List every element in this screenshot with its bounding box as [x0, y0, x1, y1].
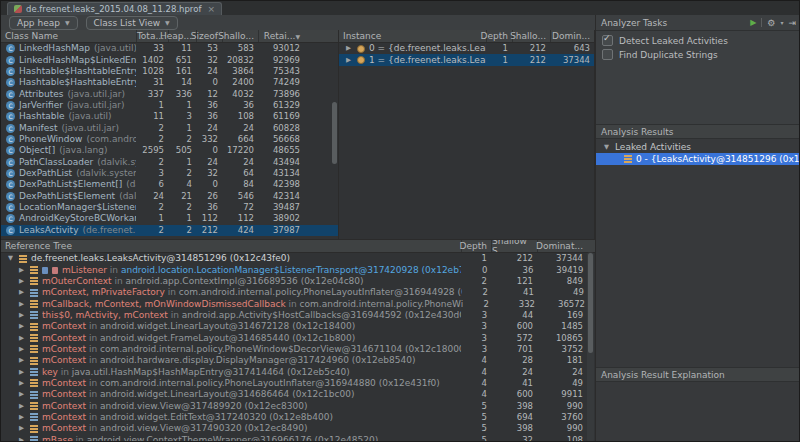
table-row[interactable]: CAndroidKeyStoreBCWorkaroundProvider(and… [1, 213, 338, 224]
table-row[interactable]: CLinkedHashMap$LinkedEntry(java.util)140… [1, 54, 338, 65]
field-set-icon [19, 255, 27, 263]
gear-icon[interactable]: ⚙ [767, 18, 775, 28]
column-header[interactable]: Class Name [1, 30, 136, 42]
analysis-results-tree: ▼ Leaked Activities 0 - {LeaksActivity@3… [596, 139, 800, 367]
collapsed-arrow-icon[interactable]: ▶ [17, 355, 26, 366]
in-keyword: in [168, 310, 182, 320]
table-row[interactable]: CAttributes(java.util.jar)33733612403273… [1, 88, 338, 99]
collapsed-arrow-icon[interactable]: ▶ [17, 321, 26, 332]
collapsed-arrow-icon[interactable]: ▶ [17, 423, 26, 434]
collapsed-arrow-icon[interactable]: ▶ [17, 378, 26, 389]
table-row[interactable]: CObject[](java.lang)259550501722048655 [1, 145, 338, 156]
reference-tree-row[interactable]: ▶mListener in android.location.LocationM… [1, 264, 595, 275]
expanded-arrow-icon[interactable]: ▼ [602, 143, 611, 151]
reference-tree-row[interactable]: ▶mContext in android.view.View@317489920… [1, 400, 595, 411]
instance-table-header[interactable]: InstanceDepthShallo...Domin... [339, 30, 594, 43]
reference-tree-row[interactable]: ▶mContext in android.view.View@317490320… [1, 423, 595, 434]
reference-tree-row[interactable]: ▶mContext in android.widget.LinearLayout… [1, 389, 595, 400]
shallow-size-cell: 3864 [222, 66, 258, 77]
column-header[interactable]: Depth [461, 240, 491, 252]
table-row[interactable]: CDexPathList$Element(dalvik.system)24212… [1, 190, 338, 201]
total-count-cell: 33 [136, 43, 168, 54]
collapsed-arrow-icon[interactable]: ▶ [17, 435, 26, 442]
leaked-activities-group[interactable]: ▼ Leaked Activities [596, 141, 800, 153]
collapsed-arrow-icon[interactable]: ▶ [17, 310, 26, 321]
instance-row[interactable]: ▶0 = {de.freenet.leaks.LeaksActivity@314… [339, 43, 594, 54]
shallow-size-cell: 112 [222, 213, 258, 224]
table-row[interactable]: CManifest(java.util.jar)21242460828 [1, 122, 338, 133]
class-name: DexPathList$Element[] [19, 179, 122, 190]
reference-tree-row[interactable]: ▶mContext in android.hardware.display.Di… [1, 355, 595, 366]
close-icon[interactable]: × [207, 4, 215, 14]
instance-row[interactable]: ▶1 = {de.freenet.leaks.LeaksActivity@314… [339, 54, 594, 65]
collapsed-arrow-icon[interactable]: ▶ [17, 333, 26, 344]
collapsed-arrow-icon[interactable]: ▶ [17, 389, 26, 400]
column-header[interactable]: Dominat... [537, 240, 587, 252]
table-row[interactable]: CDexPathList$Element[](dalvik.system)640… [1, 179, 338, 190]
column-header[interactable]: Domin... [550, 30, 594, 42]
hide-panel-icon[interactable]: ⇥ [788, 18, 796, 28]
collapsed-arrow-icon[interactable]: ▶ [17, 265, 26, 276]
run-analysis-icon[interactable]: ▶ [750, 18, 756, 27]
class-package: (java.util) [94, 43, 136, 54]
referrer-fields: mContext [42, 378, 86, 388]
checkbox-unchecked[interactable] [602, 49, 613, 60]
heap-selector-dropdown[interactable]: App heap ▼ [9, 16, 78, 30]
depth-cell: 0 [461, 265, 491, 276]
analysis-explanation-title: Analysis Result Explanation [601, 370, 725, 380]
collapsed-arrow-icon[interactable]: ▶ [17, 367, 26, 378]
column-header[interactable]: Depth [486, 30, 512, 42]
reference-tree-row[interactable]: ▶mContext in android.widget.FrameLayout@… [1, 332, 595, 343]
table-row[interactable]: CDexPathList(dalvik.system)32326443134 [1, 168, 338, 179]
column-header[interactable]: Reference Tree [1, 240, 461, 252]
collapsed-arrow-icon[interactable]: ▶ [17, 344, 26, 355]
reference-tree-row[interactable]: ▶mContext, mPrivateFactory in com.androi… [1, 287, 595, 298]
column-header[interactable]: Shallo... [222, 30, 258, 42]
collapsed-arrow-icon[interactable]: ▶ [17, 412, 26, 423]
reference-tree-row[interactable]: ▶this$0, mActivity, mContext in android.… [1, 310, 595, 321]
collapsed-arrow-icon[interactable]: ▶ [17, 401, 26, 412]
column-header[interactable]: Retai... ▼ [258, 30, 304, 42]
column-header[interactable]: Shallo... [512, 30, 550, 42]
collapsed-arrow-icon[interactable]: ▶ [17, 287, 26, 298]
reference-tree-row[interactable]: ▼de.freenet.leaks.LeaksActivity@31485129… [1, 253, 595, 264]
reference-tree-row[interactable]: ▶mBase in android.view.ContextThemeWrapp… [1, 435, 595, 442]
table-row[interactable]: CLocationManager$ListenerTransport(andro… [1, 202, 338, 213]
retained-size-cell: 48655 [258, 145, 304, 156]
reference-tree-scrollbar-thumb[interactable] [588, 253, 593, 353]
table-row[interactable]: CHashtable$HashtableEntry[](java.util)31… [1, 77, 338, 88]
collapsed-arrow-icon[interactable]: ▶ [17, 276, 26, 287]
reference-tree-row[interactable]: ▶mContext in com.android.internal.policy… [1, 378, 595, 389]
table-row[interactable]: CLinkedHashMap(java.util)33115358393012 [1, 43, 338, 54]
table-row[interactable]: CJarVerifier(java.util.jar)11363661329 [1, 100, 338, 111]
reference-tree-row[interactable]: ▶mContext in android.widget.EditText@317… [1, 412, 595, 423]
class-list-scrollbar[interactable] [332, 102, 337, 164]
reference-tree-row[interactable]: ▶mOuterContext in android.app.ContextImp… [1, 276, 595, 287]
task-label: Detect Leaked Activities [619, 36, 728, 46]
table-row[interactable]: CHashtable(java.util)1133610861169 [1, 111, 338, 122]
table-row[interactable]: CPathClassLoader(dalvik.system)212424434… [1, 156, 338, 167]
collapsed-arrow-icon[interactable]: ▶ [17, 299, 26, 310]
reference-tree-row[interactable]: ▶mContext in android.widget.LinearLayout… [1, 321, 595, 332]
column-header[interactable]: Instance [339, 30, 486, 42]
class-table-header[interactable]: Class NameTota...Heap...SizeofShallo...R… [1, 30, 338, 43]
reference-tree-header[interactable]: Reference TreeDepthShallow S...Dominat..… [1, 240, 595, 253]
reference-tree-scrollbar-track[interactable] [587, 252, 594, 442]
reference-tree-row[interactable]: ▶key in java.util.HashMap$HashMapEntry@3… [1, 366, 595, 377]
field-set-icon [30, 436, 38, 442]
leaked-activity-item[interactable]: 0 - {LeaksActivity@314851296 (0x12c43fe0… [596, 153, 800, 165]
expanded-arrow-icon[interactable]: ▼ [6, 253, 15, 264]
reference-tree-row[interactable]: ▶mCallback, mContext, mOnWindowDismissed… [1, 298, 595, 309]
checkbox-checked[interactable]: ✓ [602, 35, 613, 46]
analyzer-task[interactable]: Find Duplicate Strings [602, 49, 795, 60]
collapsed-arrow-icon[interactable]: ▶ [344, 43, 353, 54]
column-header[interactable]: Shallow S... [491, 240, 537, 252]
table-row[interactable]: CPhoneWindow(com.android.internal.policy… [1, 134, 338, 145]
table-row[interactable]: CHashtable$HashtableEntry(java.util)1028… [1, 66, 338, 77]
collapsed-arrow-icon[interactable]: ▶ [344, 55, 353, 66]
editor-tab[interactable]: de.freenet.leaks_2015.04.08_11.28.hprof … [7, 2, 222, 15]
reference-tree-row[interactable]: ▶mContext in com.android.internal.policy… [1, 344, 595, 355]
analyzer-task[interactable]: ✓Detect Leaked Activities [602, 35, 795, 46]
view-selector-dropdown[interactable]: Class List View ▼ [86, 16, 178, 30]
table-row[interactable]: CLeaksActivity(de.freenet.leaks)22212424… [1, 225, 338, 236]
